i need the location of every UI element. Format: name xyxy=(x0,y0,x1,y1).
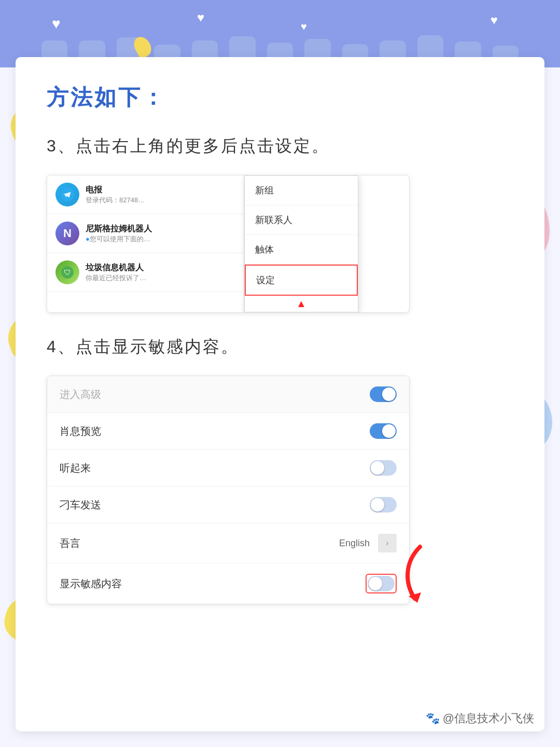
red-arrow-indicator xyxy=(389,542,430,606)
svg-text:🛡: 🛡 xyxy=(64,268,71,276)
settings-label-sensitive: 显示敏感内容 xyxy=(60,577,122,591)
step3-text: 3、点击右上角的更多后点击设定。 xyxy=(47,133,513,159)
chat-preview-niskagram: ●您可以使用下面的… xyxy=(86,234,235,244)
menu-item-newgroup[interactable]: 新组 xyxy=(245,176,358,205)
heart-deco-1: ♥ xyxy=(52,16,61,32)
watermark-text: @信息技术小飞侠 xyxy=(443,711,534,726)
settings-label-advanced: 进入高级 xyxy=(60,388,101,402)
settings-label-autosend: 刁车发送 xyxy=(60,498,101,512)
toggle-autosend[interactable] xyxy=(370,497,397,513)
lang-row-right: English › xyxy=(339,534,397,552)
section-title: 方法如下： xyxy=(47,83,513,112)
chat-name-niskagram: 尼斯格拉姆机器人 xyxy=(86,224,235,234)
chat-preview-telegram: 登录代码：82748… xyxy=(86,196,235,205)
settings-label-language: 吾言 xyxy=(60,536,80,550)
settings-label-preview: 肖息预览 xyxy=(60,424,101,438)
toggle-preview[interactable] xyxy=(370,423,397,439)
settings-row-preview: 肖息预览 xyxy=(47,413,409,450)
language-value: English xyxy=(339,538,370,549)
menu-item-settings[interactable]: 设定 xyxy=(245,265,358,296)
toggle-thumb-sound xyxy=(371,461,384,475)
settings-row-language: 吾言 English › xyxy=(47,523,409,563)
main-content: 方法如下： 3、点击右上角的更多后点击设定。 电报 登录代码：827 xyxy=(16,57,544,731)
settings-row-sensitive: 显示敏感内容 xyxy=(47,563,409,604)
notebook-background: ♥ ♥ ♥ ♥ 方法如下： 3、点击右上角的更多后点击设定。 xyxy=(0,0,560,747)
settings-label-sound: 听起来 xyxy=(60,461,91,475)
step4-wrapper: 进入高级 肖息预览 听起来 xyxy=(47,376,513,604)
chat-name-telegram: 电报 xyxy=(86,185,235,196)
settings-row-sound: 听起来 xyxy=(47,450,409,487)
chat-list: 电报 登录代码：82748… N 尼斯格拉姆机器人 ●您可以使用下面的… xyxy=(47,175,244,312)
toggle-thumb-sensitive xyxy=(369,577,382,590)
toggle-sound[interactable] xyxy=(370,460,397,476)
menu-item-touch[interactable]: 触体 xyxy=(245,235,358,265)
heart-deco-4: ♥ xyxy=(491,13,498,27)
settings-row-advanced: 进入高级 xyxy=(47,376,409,413)
avatar-spam: 🛡 xyxy=(55,260,79,284)
toggle-thumb-advanced xyxy=(382,388,396,401)
watermark: 🐾 @信息技术小飞侠 xyxy=(426,711,534,726)
chat-item-niskagram: N 尼斯格拉姆机器人 ●您可以使用下面的… xyxy=(47,214,244,253)
chat-info-niskagram: 尼斯格拉姆机器人 ●您可以使用下面的… xyxy=(86,224,235,244)
toggle-thumb-preview xyxy=(382,424,396,438)
context-menu: 新组 新联系人 触体 设定 ▲ xyxy=(244,175,358,312)
avatar-niskagram: N xyxy=(55,222,79,245)
settings-row-autosend: 刁车发送 xyxy=(47,487,409,523)
chat-info-telegram: 电报 登录代码：82748… xyxy=(86,185,235,205)
heart-deco-3: ♥ xyxy=(301,21,307,33)
avatar-telegram xyxy=(55,183,79,206)
heart-deco-2: ♥ xyxy=(197,10,204,25)
settings-box: 进入高级 肖息预览 听起来 xyxy=(47,376,410,604)
chat-name-spam: 垃圾信息机器人 xyxy=(86,262,235,273)
menu-item-newcontact[interactable]: 新联系人 xyxy=(245,205,358,235)
paw-icon: 🐾 xyxy=(426,712,440,725)
menu-arrow: ▲ xyxy=(245,296,358,312)
toggle-advanced[interactable] xyxy=(370,386,397,402)
chat-info-spam: 垃圾信息机器人 你最近已经投诉了… xyxy=(86,262,235,283)
step4-text: 4、点击显示敏感内容。 xyxy=(47,334,513,360)
chat-preview-spam: 你最近已经投诉了… xyxy=(86,273,235,283)
toggle-thumb-autosend xyxy=(371,498,384,511)
chat-item-telegram: 电报 登录代码：82748… xyxy=(47,175,244,214)
step3-screenshot: 电报 登录代码：82748… N 尼斯格拉姆机器人 ●您可以使用下面的… xyxy=(47,175,410,313)
chat-item-spam: 🛡 垃圾信息机器人 你最近已经投诉了… xyxy=(47,253,244,292)
